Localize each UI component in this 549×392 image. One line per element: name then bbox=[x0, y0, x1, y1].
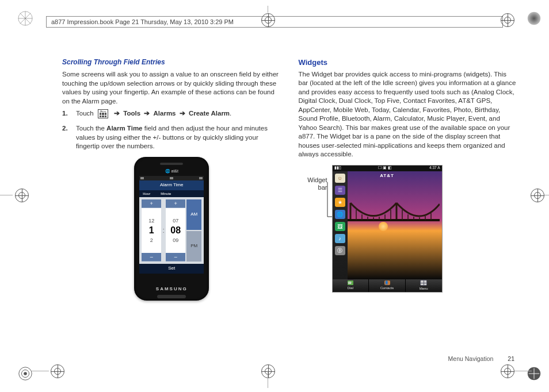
hour-picker[interactable]: + 12 1 2 – bbox=[142, 199, 161, 262]
page-footer: Menu Navigation 21 bbox=[448, 355, 514, 362]
ornament-top-right bbox=[526, 10, 542, 26]
pm-option[interactable]: PM bbox=[186, 231, 201, 262]
widget-icon[interactable]: ♪ bbox=[335, 234, 345, 243]
phone-status-bar bbox=[139, 176, 204, 180]
menu-icon bbox=[98, 109, 108, 118]
idle-carrier: AT&T bbox=[380, 173, 394, 179]
arrow-icon: ➔ bbox=[144, 110, 150, 117]
left-column: Scrolling Through Field Entries Some scr… bbox=[62, 57, 281, 360]
hour-next: 2 bbox=[142, 237, 161, 244]
status-icons: ☐ ▣ ◧ bbox=[378, 166, 392, 171]
hour-minus-button[interactable]: – bbox=[142, 253, 161, 262]
idle-screen-figure: Widget bar ▮▮▯ ☐ ▣ ◧ 4:37 A AT&T bbox=[299, 165, 518, 293]
minute-label: Minute bbox=[161, 191, 171, 196]
section-title-scrolling: Scrolling Through Field Entries bbox=[62, 57, 281, 67]
alarm-time-title: Alarm Time bbox=[139, 180, 204, 190]
arrow-icon: ➔ bbox=[114, 110, 120, 117]
nav-create-alarm: Create Alarm bbox=[189, 110, 230, 117]
svg-point-5 bbox=[528, 12, 540, 25]
registration-mark bbox=[261, 364, 275, 378]
step1-lead: Touch bbox=[76, 110, 94, 117]
section-title-widgets: Widgets bbox=[299, 57, 518, 68]
widget-bar[interactable]: ☺ ☰ ★ 🌐 🖼 ♪ Ⓑ bbox=[333, 171, 348, 279]
crop-line bbox=[268, 6, 268, 13]
step-2: 2. Touch the Alarm Time field and then a… bbox=[62, 124, 281, 151]
minute-minus-button[interactable]: – bbox=[166, 253, 185, 262]
minute-plus-button[interactable]: + bbox=[166, 199, 185, 208]
minute-prev: 07 bbox=[166, 217, 185, 224]
phone-earpiece bbox=[160, 163, 183, 165]
hour-plus-button[interactable]: + bbox=[142, 199, 161, 208]
hour-minute-labels: Hour Minute bbox=[139, 190, 204, 197]
widget-icon[interactable]: Ⓑ bbox=[335, 246, 345, 255]
right-column: Widgets The Widget bar provides quick ac… bbox=[299, 57, 518, 360]
steps-list: 1. Touch ➔ Tools ➔ Alarms ➔ Create Alarm… bbox=[62, 109, 281, 151]
svg-point-8 bbox=[24, 372, 27, 375]
ampm-toggle[interactable]: AM PM bbox=[186, 199, 201, 262]
softkey-contacts[interactable]: 👤Contacts bbox=[369, 279, 406, 292]
footer-page-number: 21 bbox=[508, 355, 514, 362]
alarm-time-field: Alarm Time bbox=[106, 125, 142, 132]
softkey-dial[interactable]: ☎Dial bbox=[333, 279, 369, 292]
step-number: 2. bbox=[62, 124, 70, 151]
scrolling-paragraph: Some screens will ask you to assign a va… bbox=[62, 70, 281, 106]
crop-line bbox=[0, 195, 13, 195]
crop-line bbox=[32, 371, 49, 371]
nav-alarms: Alarms bbox=[154, 110, 176, 117]
step-1-content: Touch ➔ Tools ➔ Alarms ➔ Create Alarm. bbox=[76, 109, 281, 118]
phone-figure: 🌐 at&t Alarm Time Hour Minute + 12 1 bbox=[62, 157, 281, 301]
registration-mark bbox=[51, 364, 64, 378]
footer-section: Menu Navigation bbox=[448, 355, 494, 362]
idle-status-bar: ▮▮▯ ☐ ▣ ◧ 4:37 A bbox=[333, 166, 442, 171]
minute-next: 09 bbox=[166, 237, 185, 244]
widget-icon[interactable]: ☺ bbox=[335, 174, 345, 183]
hour-current: 1 bbox=[142, 224, 161, 237]
phone-brand: SAMSUNG bbox=[134, 286, 209, 293]
minute-digits[interactable]: 07 08 09 bbox=[166, 208, 185, 253]
registration-mark bbox=[531, 189, 544, 202]
step-1: 1. Touch ➔ Tools ➔ Alarms ➔ Create Alarm… bbox=[62, 109, 281, 118]
widget-icon[interactable]: ☰ bbox=[335, 186, 345, 195]
softkey-menu[interactable]: Menu bbox=[406, 279, 442, 292]
crop-line bbox=[544, 195, 549, 195]
phone-device: 🌐 at&t Alarm Time Hour Minute + 12 1 bbox=[134, 157, 209, 301]
minute-picker[interactable]: + 07 08 09 – bbox=[166, 199, 185, 262]
minute-current: 08 bbox=[166, 224, 185, 237]
nav-tools: Tools bbox=[123, 110, 140, 117]
phone-carrier-logo: 🌐 at&t bbox=[134, 168, 209, 174]
widget-bar-callout-label: Widget bar bbox=[299, 165, 327, 191]
widget-icon[interactable]: 🌐 bbox=[335, 210, 345, 219]
set-button[interactable]: Set bbox=[139, 264, 204, 274]
crop-line bbox=[268, 371, 268, 388]
hour-prev: 12 bbox=[142, 217, 161, 224]
phone-home-button[interactable] bbox=[157, 295, 186, 298]
ornament-top-left bbox=[17, 10, 33, 26]
phone-screen: Alarm Time Hour Minute + 12 1 2 bbox=[139, 176, 204, 274]
hour-label: Hour bbox=[143, 191, 150, 196]
widget-icon[interactable]: 🖼 bbox=[335, 222, 345, 231]
registration-mark bbox=[15, 189, 29, 202]
status-time: 4:37 A bbox=[429, 166, 440, 171]
arrow-icon: ➔ bbox=[180, 110, 185, 117]
registration-mark bbox=[501, 13, 514, 27]
step2-a: Touch the bbox=[76, 125, 106, 132]
time-colon: : bbox=[162, 199, 165, 262]
step-number: 1. bbox=[62, 109, 70, 118]
page-header-text: a877 Impression.book Page 21 Thursday, M… bbox=[51, 18, 234, 25]
step-2-content: Touch the Alarm Time field and then adju… bbox=[76, 124, 281, 151]
signal-icon: ▮▮▯ bbox=[334, 166, 341, 171]
hour-digits[interactable]: 12 1 2 bbox=[142, 208, 161, 253]
registration-mark bbox=[501, 364, 514, 378]
crop-line bbox=[514, 371, 532, 371]
widgets-paragraph: The Widget bar provides quick access to … bbox=[299, 70, 518, 159]
registration-mark bbox=[261, 13, 275, 27]
idle-screen: ▮▮▯ ☐ ▣ ◧ 4:37 A AT&T bbox=[332, 165, 443, 293]
widget-icon[interactable]: ★ bbox=[335, 198, 345, 207]
bridge-graphic bbox=[348, 197, 440, 237]
ornament-bottom-right bbox=[526, 366, 542, 382]
softkey-bar: ☎Dial 👤Contacts Menu bbox=[333, 279, 442, 292]
time-picker: + 12 1 2 – : + 07 bbox=[139, 197, 204, 264]
ornament-bottom-left bbox=[17, 366, 33, 382]
am-option[interactable]: AM bbox=[186, 199, 201, 230]
page-content: Scrolling Through Field Entries Some scr… bbox=[62, 57, 517, 360]
